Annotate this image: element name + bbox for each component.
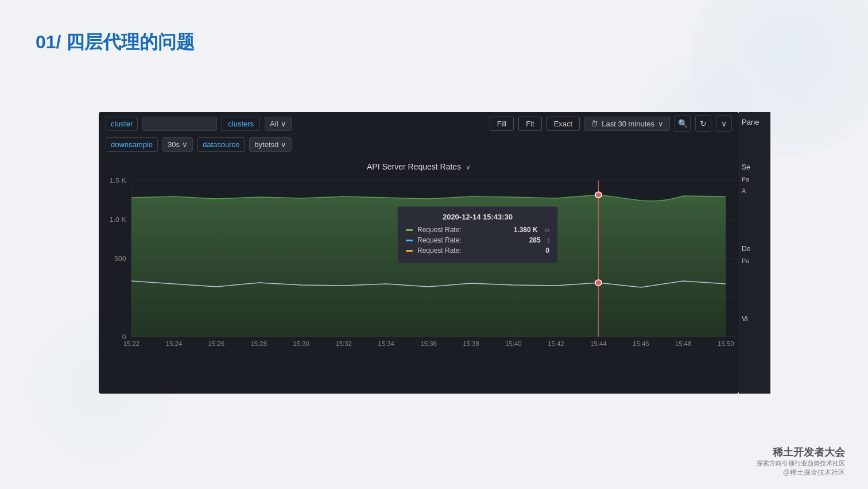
side-panel-title: Pane <box>739 112 770 132</box>
toolbar-row2: downsample 30s ∨ datasource bytetsd ∨ <box>99 135 739 156</box>
side-panel-vi: Vi <box>739 313 770 325</box>
chart-tooltip: 2020-12-14 15:43:30 Request Rate: 1.380 … <box>397 206 558 263</box>
side-panel-section-se: Se <box>739 161 770 174</box>
exact-button[interactable]: Exact <box>547 117 580 131</box>
svg-text:15:42: 15:42 <box>548 341 564 347</box>
svg-text:15:30: 15:30 <box>293 341 309 347</box>
all-dropdown[interactable]: All ∨ <box>265 117 291 131</box>
branding-handle: @稀土掘金技术社区 <box>757 468 845 478</box>
tooltip-value-3: 0 <box>545 247 549 255</box>
chevron-down-icon: ∨ <box>721 119 727 128</box>
tooltip-unit-2: ) <box>548 237 549 244</box>
chart-area: API Server Request Rates ∨ <box>99 156 739 369</box>
tooltip-row-1: Request Rate: 1.380 K m <box>406 226 549 234</box>
side-panel-pa: Pa <box>739 174 770 185</box>
downsample-label: downsample <box>106 137 158 152</box>
svg-text:15:44: 15:44 <box>590 341 607 347</box>
toolbar-row1: cluster clusters All ∨ Fill Fit Exact ⏱ … <box>99 112 739 135</box>
more-button[interactable]: ∨ <box>716 115 732 132</box>
svg-text:15:24: 15:24 <box>166 341 183 347</box>
search-minus-icon: 🔍 <box>678 119 688 128</box>
svg-text:500: 500 <box>114 255 126 262</box>
side-panel: Pane Se Pa A De Pa Vi <box>739 112 770 394</box>
tooltip-label-1: Request Rate: <box>417 226 462 234</box>
chart-svg: 1.5 K 1.0 K 500 0 <box>99 175 739 364</box>
svg-point-25 <box>595 192 602 198</box>
side-panel-pa2: Pa <box>739 255 770 267</box>
branding-title: 稀土开发者大会 <box>757 445 845 459</box>
side-panel-a: A <box>739 185 770 197</box>
tooltip-value-2: 285 <box>529 236 541 244</box>
svg-text:15:46: 15:46 <box>633 341 649 347</box>
interval-dropdown[interactable]: 30s ∨ <box>162 137 193 152</box>
tooltip-label-2: Request Rate: <box>417 236 462 244</box>
svg-text:1.5 K: 1.5 K <box>110 177 126 184</box>
time-selector[interactable]: ⏱ Last 30 minutes ∨ <box>584 117 670 131</box>
svg-text:15:50: 15:50 <box>718 341 734 347</box>
tooltip-dot-1 <box>406 229 413 231</box>
svg-text:15:28: 15:28 <box>251 341 268 347</box>
tooltip-label-3: Request Rate: <box>417 247 462 255</box>
datasource-dropdown[interactable]: bytetsd ∨ <box>249 137 292 152</box>
tooltip-unit-1: m <box>545 227 549 233</box>
refresh-button[interactable]: ↻ <box>695 115 711 132</box>
clusters-button[interactable]: clusters <box>222 117 260 131</box>
tooltip-dot-2 <box>406 240 413 241</box>
cluster-label: cluster <box>106 117 138 131</box>
svg-text:15:32: 15:32 <box>335 341 352 347</box>
chevron-down-icon: ∨ <box>281 120 286 128</box>
branding: 稀土开发者大会 探索方向引领行业趋势技术社区 @稀土掘金技术社区 <box>757 445 845 478</box>
tooltip-dot-3 <box>406 250 413 252</box>
svg-text:15:22: 15:22 <box>123 341 140 347</box>
svg-text:0: 0 <box>122 333 126 340</box>
svg-text:15:34: 15:34 <box>378 341 394 347</box>
tooltip-row-3: Request Rate: 0 <box>406 247 549 255</box>
tooltip-value-1: 1.380 K <box>514 226 538 234</box>
chevron-down-icon: ∨ <box>182 140 188 149</box>
svg-text:15:48: 15:48 <box>675 341 692 347</box>
cluster-input[interactable] <box>142 117 217 131</box>
chevron-down-icon: ∨ <box>658 120 664 128</box>
datasource-label: datasource <box>197 137 245 152</box>
fit-button[interactable]: Fit <box>518 117 541 131</box>
svg-text:1.0 K: 1.0 K <box>110 216 126 223</box>
chart-title: API Server Request Rates ∨ <box>99 156 739 175</box>
zoom-out-button[interactable]: 🔍 <box>675 115 691 132</box>
chevron-down-icon: ∨ <box>466 163 471 171</box>
svg-text:15:26: 15:26 <box>208 341 225 347</box>
dashboard-panel: cluster clusters All ∨ Fill Fit Exact ⏱ … <box>99 112 739 394</box>
tooltip-row-2: Request Rate: 285 ) <box>406 236 549 244</box>
branding-subtitle: 探索方向引领行业趋势技术社区 <box>757 459 845 468</box>
clock-icon: ⏱ <box>591 120 598 128</box>
refresh-icon: ↻ <box>700 119 707 128</box>
svg-text:15:38: 15:38 <box>463 341 479 347</box>
svg-point-26 <box>595 280 602 286</box>
svg-text:15:40: 15:40 <box>505 341 522 347</box>
page-title: 01/ 四层代理的问题 <box>36 30 195 55</box>
tooltip-time: 2020-12-14 15:43:30 <box>406 213 549 221</box>
side-panel-de: De <box>739 242 770 255</box>
svg-text:15:36: 15:36 <box>420 341 437 347</box>
fill-button[interactable]: Fill <box>490 117 514 131</box>
chevron-down-icon: ∨ <box>281 140 286 149</box>
